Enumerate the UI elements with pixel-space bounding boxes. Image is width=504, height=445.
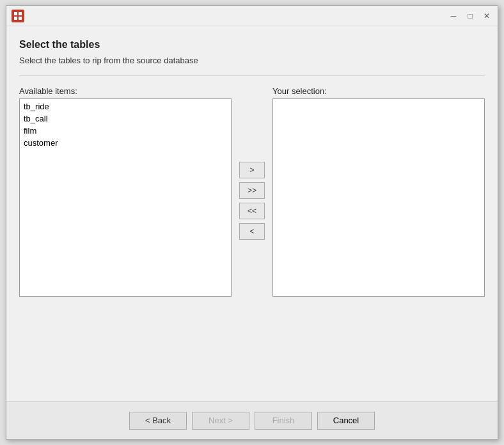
svg-rect-3 [19, 17, 22, 20]
list-item[interactable]: customer [21, 137, 230, 149]
app-icon [12, 10, 24, 22]
transfer-buttons: > >> << < [232, 102, 272, 300]
move-all-right-button[interactable]: >> [239, 182, 265, 199]
close-button[interactable]: ✕ [481, 10, 492, 22]
content-area: Select the tables Select the tables to r… [6, 26, 498, 371]
spacer [6, 371, 498, 391]
transfer-area: Available items: tb_ridetb_callfilmcusto… [19, 86, 485, 371]
list-item[interactable]: tb_call [21, 113, 230, 125]
move-all-left-button[interactable]: << [239, 203, 265, 219]
footer: < Back Next > Finish Cancel [6, 401, 498, 439]
back-button[interactable]: < Back [129, 412, 187, 430]
divider [19, 75, 485, 76]
selection-label: Your selection: [272, 86, 485, 96]
next-button[interactable]: Next > [192, 412, 249, 430]
list-item[interactable]: tb_ride [21, 100, 230, 113]
list-item[interactable]: film [21, 125, 230, 137]
svg-rect-2 [14, 17, 17, 20]
title-bar: ─ □ ✕ [6, 6, 498, 26]
selection-panel: Your selection: [272, 86, 485, 297]
available-panel: Available items: tb_ridetb_callfilmcusto… [19, 86, 232, 297]
title-bar-controls: ─ □ ✕ [448, 10, 492, 22]
svg-rect-1 [19, 12, 22, 15]
move-left-button[interactable]: < [239, 223, 265, 240]
maximize-button[interactable]: □ [464, 10, 476, 22]
available-listbox[interactable]: tb_ridetb_callfilmcustomer [19, 98, 232, 297]
page-title: Select the tables [19, 39, 485, 51]
minimize-button[interactable]: ─ [448, 10, 459, 22]
svg-rect-0 [14, 12, 17, 15]
finish-button[interactable]: Finish [255, 412, 312, 430]
available-label: Available items: [19, 86, 232, 96]
main-window: ─ □ ✕ Select the tables Select the table… [6, 5, 498, 440]
move-right-button[interactable]: > [239, 162, 265, 178]
page-subtitle: Select the tables to rip from the source… [19, 56, 485, 65]
title-bar-left [12, 10, 24, 22]
selection-listbox[interactable] [272, 98, 485, 297]
cancel-button[interactable]: Cancel [317, 412, 375, 430]
